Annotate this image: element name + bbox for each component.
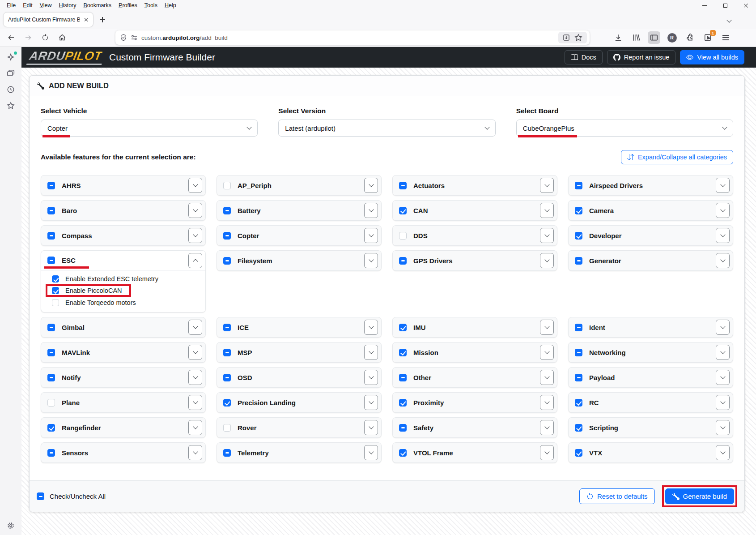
feature-checkbox-filesystem[interactable] <box>223 257 231 265</box>
feature-checkbox-scripting[interactable] <box>575 424 582 432</box>
feature-checkbox-rangefinder[interactable] <box>47 424 55 432</box>
maximize-button[interactable] <box>715 0 735 11</box>
shield-icon[interactable] <box>120 34 127 41</box>
feature-toggle-button-precision-landing[interactable] <box>364 395 378 410</box>
browser-tab[interactable]: ArduPilot Custom Firmware Builder <box>4 13 93 27</box>
reset-to-defaults-button[interactable]: Reset to defaults <box>579 488 655 504</box>
feature-checkbox-battery[interactable] <box>223 207 231 214</box>
generate-build-button[interactable]: Generate build <box>665 488 734 504</box>
feature-checkbox-payload[interactable] <box>575 374 582 381</box>
feature-toggle-button-airspeed-drivers[interactable] <box>716 178 730 193</box>
sidebar-synced-tabs-button[interactable] <box>6 68 16 78</box>
menu-item-edit[interactable]: Edit <box>20 1 36 10</box>
view-all-builds-button[interactable]: View all builds <box>680 50 744 64</box>
feature-checkbox-actuators[interactable] <box>399 182 407 189</box>
feature-checkbox-esc[interactable] <box>47 257 55 264</box>
feature-checkbox-compass[interactable] <box>47 232 55 240</box>
feature-checkbox-rover[interactable] <box>223 424 231 432</box>
feature-checkbox-airspeed-drivers[interactable] <box>575 182 582 189</box>
subfeature-checkbox-enable-extended-esc-telemetry[interactable] <box>52 275 59 282</box>
minimize-button[interactable] <box>694 0 715 11</box>
menu-item-view[interactable]: View <box>37 1 55 10</box>
menu-item-history[interactable]: History <box>56 1 80 10</box>
feature-checkbox-dds[interactable] <box>399 232 407 240</box>
tab-close-icon[interactable] <box>82 16 89 23</box>
sidebar-settings-button[interactable] <box>6 521 16 531</box>
feature-checkbox-safety[interactable] <box>399 424 407 432</box>
notes-extension-button[interactable]: 1 <box>701 31 714 44</box>
account-button[interactable]: R <box>666 31 678 44</box>
app-menu-button[interactable] <box>719 31 732 44</box>
docs-button[interactable]: Docs <box>565 50 603 64</box>
feature-toggle-button-plane[interactable] <box>188 395 202 410</box>
feature-checkbox-vtol-frame[interactable] <box>399 449 407 457</box>
url-text[interactable]: custom.ardupilot.org/add_build <box>141 34 555 41</box>
feature-toggle-button-gimbal[interactable] <box>188 320 202 335</box>
feature-checkbox-vtx[interactable] <box>575 449 582 457</box>
feature-checkbox-can[interactable] <box>399 207 407 214</box>
feature-checkbox-networking[interactable] <box>575 349 582 356</box>
feature-checkbox-sensors[interactable] <box>47 449 55 457</box>
menu-item-file[interactable]: File <box>4 1 19 10</box>
feature-checkbox-ice[interactable] <box>223 324 231 331</box>
feature-toggle-button-ap-periph[interactable] <box>364 178 378 193</box>
new-tab-button[interactable] <box>97 14 108 26</box>
menu-item-help[interactable]: Help <box>161 1 179 10</box>
url-bar[interactable]: custom.ardupilot.org/add_build <box>115 30 590 45</box>
feature-checkbox-imu[interactable] <box>399 324 407 331</box>
feature-toggle-button-compass[interactable] <box>188 228 202 243</box>
list-tabs-button[interactable] <box>727 16 731 24</box>
feature-toggle-button-scripting[interactable] <box>716 420 730 435</box>
feature-toggle-button-telemetry[interactable] <box>364 445 378 460</box>
feature-checkbox-gimbal[interactable] <box>47 324 55 331</box>
subfeature-checkbox-enable-piccolocan[interactable] <box>52 287 59 294</box>
feature-toggle-button-msp[interactable] <box>364 345 378 360</box>
feature-toggle-button-rover[interactable] <box>364 420 378 435</box>
feature-toggle-button-osd[interactable] <box>364 370 378 385</box>
feature-toggle-button-mission[interactable] <box>540 345 554 360</box>
sidebar-bookmarks-button[interactable] <box>6 101 16 111</box>
feature-toggle-button-actuators[interactable] <box>540 178 554 193</box>
report-issue-button[interactable]: Report an issue <box>607 50 676 64</box>
feature-toggle-button-proximity[interactable] <box>540 395 554 410</box>
feature-toggle-button-ident[interactable] <box>716 320 730 335</box>
menu-item-profiles[interactable]: Profiles <box>115 1 140 10</box>
feature-toggle-button-vtol-frame[interactable] <box>540 445 554 460</box>
feature-toggle-button-copter[interactable] <box>364 228 378 243</box>
back-button[interactable] <box>4 31 18 44</box>
feature-checkbox-mission[interactable] <box>399 349 407 356</box>
feature-toggle-button-imu[interactable] <box>540 320 554 335</box>
feature-toggle-button-generator[interactable] <box>716 253 730 268</box>
vehicle-select[interactable]: Copter <box>41 120 258 137</box>
sidebar-history-button[interactable] <box>6 85 16 94</box>
menu-item-tools[interactable]: Tools <box>141 1 161 10</box>
menu-item-bookmarks[interactable]: Bookmarks <box>81 1 115 10</box>
feature-toggle-button-mavlink[interactable] <box>188 345 202 360</box>
feature-toggle-button-dds[interactable] <box>540 228 554 243</box>
feature-toggle-button-payload[interactable] <box>716 370 730 385</box>
feature-toggle-button-camera[interactable] <box>716 203 730 218</box>
extensions-button[interactable] <box>684 31 696 44</box>
check-uncheck-all-checkbox[interactable] <box>37 492 44 500</box>
feature-checkbox-ident[interactable] <box>575 324 582 331</box>
feature-toggle-button-rangefinder[interactable] <box>188 420 202 435</box>
feature-toggle-button-rc[interactable] <box>716 395 730 410</box>
feature-checkbox-generator[interactable] <box>575 257 582 265</box>
feature-checkbox-copter[interactable] <box>223 232 231 240</box>
feature-checkbox-rc[interactable] <box>575 399 582 407</box>
library-button[interactable] <box>630 31 642 44</box>
feature-checkbox-camera[interactable] <box>575 207 582 214</box>
sidebar-ai-chat-button[interactable] <box>6 52 16 62</box>
feature-checkbox-plane[interactable] <box>47 399 55 407</box>
bookmark-star-icon[interactable] <box>574 34 582 42</box>
expand-collapse-all-button[interactable]: Expand/Collapse all categories <box>621 150 733 164</box>
feature-toggle-button-vtx[interactable] <box>716 445 730 460</box>
feature-toggle-button-battery[interactable] <box>364 203 378 218</box>
board-select[interactable]: CubeOrangePlus <box>516 120 733 137</box>
subfeature-checkbox-enable-torqeedo-motors[interactable] <box>52 299 59 306</box>
feature-checkbox-precision-landing[interactable] <box>223 399 231 407</box>
feature-toggle-button-gps-drivers[interactable] <box>540 253 554 268</box>
feature-checkbox-ahrs[interactable] <box>47 182 55 189</box>
home-button[interactable] <box>55 31 69 44</box>
feature-toggle-button-safety[interactable] <box>540 420 554 435</box>
